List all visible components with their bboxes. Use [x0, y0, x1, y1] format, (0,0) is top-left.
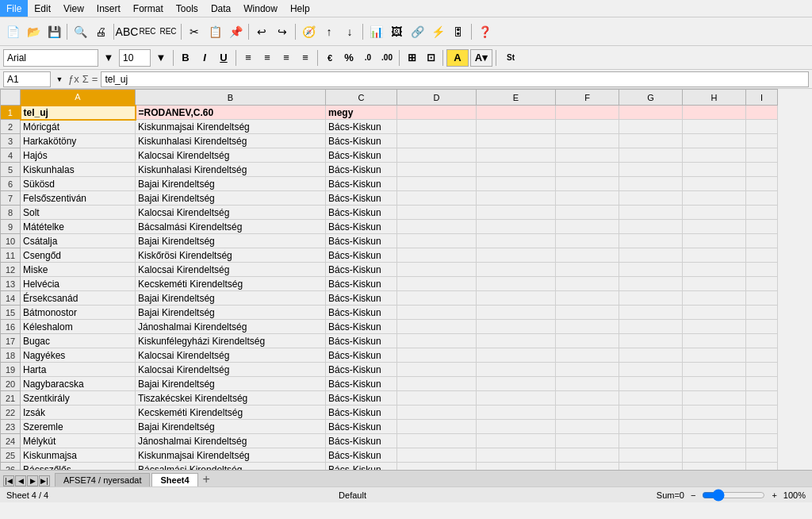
sort-asc-button[interactable]: ↑	[320, 22, 339, 41]
cell-i15[interactable]	[746, 306, 778, 320]
cell-i2[interactable]	[746, 120, 778, 134]
cell-c7[interactable]: Bács-Kiskun	[326, 191, 397, 206]
cell-h21[interactable]	[683, 391, 746, 406]
cell-c10[interactable]: Bács-Kiskun	[326, 234, 397, 248]
cell-c1[interactable]: megy	[326, 106, 397, 120]
cell-d26[interactable]	[397, 463, 477, 471]
cell-g23[interactable]	[619, 420, 683, 434]
decimal-dec-button[interactable]: .00	[378, 49, 396, 67]
cell-i22[interactable]	[746, 406, 778, 420]
cell-g21[interactable]	[619, 391, 683, 406]
font-size-dropdown[interactable]: ▼	[152, 49, 170, 67]
cell-e9[interactable]	[477, 220, 556, 234]
cell-a3[interactable]: Harkakötöny	[21, 134, 136, 148]
cell-e24[interactable]	[477, 434, 556, 448]
cell-h20[interactable]	[683, 377, 746, 391]
print-preview-button[interactable]: 🔍	[71, 22, 90, 41]
menu-format[interactable]: Format	[127, 0, 170, 17]
cell-e23[interactable]	[477, 420, 556, 434]
cell-a21[interactable]: Szentkirály	[21, 391, 136, 406]
cell-b6[interactable]: Bajai Kirendeltség	[136, 177, 326, 191]
spellcheck-button[interactable]: ABC	[117, 22, 136, 41]
cell-e11[interactable]	[477, 248, 556, 263]
cell-c12[interactable]: Bács-Kiskun	[326, 263, 397, 277]
tab-nav-first[interactable]: |◀	[3, 475, 14, 486]
tab-nav-next[interactable]: ▶	[27, 475, 38, 486]
cell-i12[interactable]	[746, 263, 778, 277]
cell-h1[interactable]	[683, 106, 746, 120]
zoom-minus-icon[interactable]: −	[691, 490, 695, 500]
cell-h10[interactable]	[683, 234, 746, 248]
menu-help[interactable]: Help	[284, 0, 316, 17]
cell-b11[interactable]: Kiskőrösi Kirendeltség	[136, 248, 326, 263]
cell-d21[interactable]	[397, 391, 477, 406]
cell-g1[interactable]	[619, 106, 683, 120]
menu-data[interactable]: Data	[205, 0, 237, 17]
cell-h18[interactable]	[683, 348, 746, 363]
font-name-input[interactable]	[3, 49, 98, 67]
cell-i7[interactable]	[746, 191, 778, 206]
col-header-a[interactable]: A	[21, 90, 136, 106]
cell-b18[interactable]: Kalocsai Kirendeltség	[136, 348, 326, 363]
cell-f11[interactable]	[556, 248, 619, 263]
cell-f2[interactable]	[556, 120, 619, 134]
cell-a17[interactable]: Bugac	[21, 334, 136, 348]
cell-h23[interactable]	[683, 420, 746, 434]
cell-a5[interactable]: Kiskunhalas	[21, 163, 136, 177]
cell-g26[interactable]	[619, 463, 683, 471]
cell-a11[interactable]: Csengőd	[21, 248, 136, 263]
cell-d12[interactable]	[397, 263, 477, 277]
cell-f22[interactable]	[556, 406, 619, 420]
cell-b7[interactable]: Bajai Kirendeltség	[136, 191, 326, 206]
cell-e2[interactable]	[477, 120, 556, 134]
cell-ref-dropdown[interactable]: ▼	[54, 71, 65, 87]
cell-b22[interactable]: Kecskeméti Kirendeltség	[136, 406, 326, 420]
menu-file[interactable]: File	[0, 0, 28, 17]
open-button[interactable]: 📂	[24, 22, 43, 41]
cell-g20[interactable]	[619, 377, 683, 391]
cell-c2[interactable]: Bács-Kiskun	[326, 120, 397, 134]
cell-a19[interactable]: Harta	[21, 363, 136, 377]
cell-b20[interactable]: Bajai Kirendeltség	[136, 377, 326, 391]
cell-b2[interactable]: Kiskunmajsai Kirendeltség	[136, 120, 326, 134]
cell-f18[interactable]	[556, 348, 619, 363]
cell-h11[interactable]	[683, 248, 746, 263]
cell-c11[interactable]: Bács-Kiskun	[326, 248, 397, 263]
cell-f14[interactable]	[556, 291, 619, 306]
cell-i4[interactable]	[746, 148, 778, 163]
formula-input[interactable]	[101, 71, 809, 87]
cell-i18[interactable]	[746, 348, 778, 363]
cell-b24[interactable]: Jánoshalmai Kirendeltség	[136, 434, 326, 448]
cell-b16[interactable]: Jánoshalmai Kirendeltség	[136, 320, 326, 334]
menu-tools[interactable]: Tools	[170, 0, 205, 17]
cell-i6[interactable]	[746, 177, 778, 191]
cell-f25[interactable]	[556, 448, 619, 463]
cell-h5[interactable]	[683, 163, 746, 177]
cell-b14[interactable]: Bajai Kirendeltség	[136, 291, 326, 306]
cell-e20[interactable]	[477, 377, 556, 391]
cell-b3[interactable]: Kiskunhalasi Kirendeltség	[136, 134, 326, 148]
cell-e19[interactable]	[477, 363, 556, 377]
cell-d8[interactable]	[397, 206, 477, 220]
cell-c24[interactable]: Bács-Kiskun	[326, 434, 397, 448]
cell-e15[interactable]	[477, 306, 556, 320]
sigma-icon[interactable]: Σ	[82, 73, 89, 85]
cell-a7[interactable]: Felsőszentiván	[21, 191, 136, 206]
cell-i13[interactable]	[746, 277, 778, 291]
cell-c20[interactable]: Bács-Kiskun	[326, 377, 397, 391]
font-name-dropdown[interactable]: ▼	[100, 49, 117, 67]
add-sheet-icon[interactable]: +	[203, 472, 210, 486]
cell-a26[interactable]: Bácsszőlős	[21, 463, 136, 471]
cell-e8[interactable]	[477, 206, 556, 220]
align-center-button[interactable]: ≡	[259, 49, 276, 67]
navigator-button[interactable]: 🧭	[299, 22, 318, 41]
cell-c17[interactable]: Bács-Kiskun	[326, 334, 397, 348]
cell-i1[interactable]	[746, 106, 778, 120]
chart-button[interactable]: 📊	[366, 22, 385, 41]
cell-c22[interactable]: Bács-Kiskun	[326, 406, 397, 420]
cell-c16[interactable]: Bács-Kiskun	[326, 320, 397, 334]
cell-i9[interactable]	[746, 220, 778, 234]
cell-d1[interactable]	[397, 106, 477, 120]
cell-e7[interactable]	[477, 191, 556, 206]
cell-a24[interactable]: Mélykút	[21, 434, 136, 448]
